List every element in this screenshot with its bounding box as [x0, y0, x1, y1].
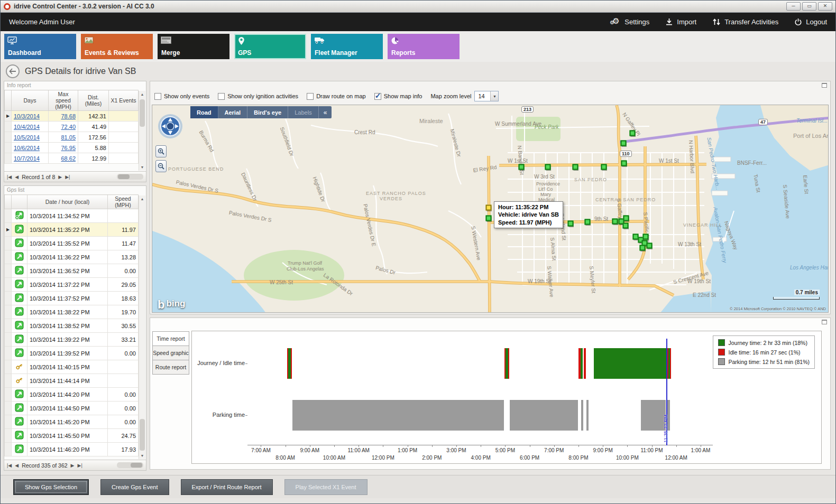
scrollbar-thumb[interactable]: [140, 419, 145, 451]
scroll-up-icon[interactable]: ▲: [139, 91, 145, 98]
nav-tile-events[interactable]: Events & Reviews: [81, 34, 153, 59]
scroll-up-icon[interactable]: ▲: [139, 195, 145, 202]
gps-position-marker[interactable]: [486, 216, 492, 221]
checkbox-box[interactable]: [307, 93, 314, 100]
gps-list-row[interactable]: 10/3/2014 11:37:22 PM29.05: [5, 278, 139, 292]
pager-next-button[interactable]: ▶: [71, 463, 75, 468]
gps-position-marker[interactable]: [621, 161, 627, 166]
pager-last-button[interactable]: ▶|: [78, 463, 82, 468]
info-report-row[interactable]: ▶10/3/201478.68142.31: [5, 111, 139, 122]
gps-list-row[interactable]: 10/3/2014 11:38:22 PM19.70: [5, 305, 139, 319]
gps-position-marker[interactable]: [601, 164, 607, 170]
nav-tile-merge[interactable]: Merge: [158, 34, 229, 59]
pager-prev-button[interactable]: ◀: [15, 174, 19, 180]
gps-list-row[interactable]: 10/3/2014 11:45:20 PM0.00: [5, 415, 139, 429]
chevron-down-icon[interactable]: ▼: [490, 91, 498, 101]
gps-list-row[interactable]: 10/3/2014 11:46:20 PM17.93: [5, 443, 139, 456]
gps-list-row[interactable]: 10/3/2014 11:39:22 PM33.21: [5, 333, 139, 347]
column-header[interactable]: X1 Events: [109, 90, 139, 111]
gps-list-row[interactable]: ▶10/3/2014 11:35:22 PM11.97: [5, 223, 139, 237]
gps-position-marker[interactable]: [643, 234, 649, 240]
import-button[interactable]: Import: [665, 18, 696, 26]
gps-list-row[interactable]: 10/3/2014 11:40:15 PM: [5, 360, 139, 374]
column-header[interactable]: Days: [12, 90, 49, 111]
map-tabs-collapse-button[interactable]: «: [319, 106, 332, 118]
max-speed-link[interactable]: 78.68: [61, 113, 76, 119]
checkbox-show-only-events[interactable]: Show only events: [154, 93, 209, 100]
scroll-down-icon[interactable]: ▼: [139, 452, 145, 459]
selected-gps-position-marker[interactable]: [486, 205, 492, 211]
minimize-button[interactable]: ─: [786, 2, 801, 11]
scroll-down-icon[interactable]: ▼: [139, 164, 145, 171]
day-link[interactable]: 10/3/2014: [14, 113, 40, 119]
gps-list-row[interactable]: 10/3/2014 11:37:52 PM18.63: [5, 292, 139, 305]
transfer-button[interactable]: Transfer Activities: [712, 18, 778, 26]
map-zoom-out-button[interactable]: [155, 160, 167, 172]
pager-next-button[interactable]: ▶: [58, 174, 62, 180]
gps-position-marker[interactable]: [623, 216, 629, 221]
checkbox-show-map-info[interactable]: Show map info: [374, 93, 422, 100]
column-header[interactable]: Max speed (MPH): [49, 90, 78, 111]
export-print-route-report-button[interactable]: Export / Print Route Report: [181, 479, 273, 495]
day-link[interactable]: 10/4/2014: [14, 124, 40, 130]
chart-panel-maximize-button[interactable]: [822, 320, 827, 324]
column-header[interactable]: Date / hour (local): [27, 195, 108, 209]
pager-last-button[interactable]: ▶|: [65, 174, 70, 180]
checkbox-draw-route-on-map[interactable]: Draw route on map: [307, 93, 366, 100]
gps-position-marker[interactable]: [647, 243, 653, 249]
show-gps-selection-button[interactable]: Show Gps Selection: [13, 479, 89, 495]
nav-tile-gps[interactable]: GPS: [234, 34, 306, 59]
map-style-tab-aerial[interactable]: Aerial: [218, 106, 248, 118]
nav-tile-reports[interactable]: Reports: [388, 34, 460, 59]
report-tab-time-report[interactable]: Time report: [152, 331, 189, 346]
gps-list-row[interactable]: 10/3/2014 11:34:52 PM: [5, 209, 139, 223]
gps-list-row[interactable]: 10/3/2014 11:44:20 PM0.00: [5, 388, 139, 402]
column-header[interactable]: Speed (MPH): [108, 195, 139, 209]
gps-list-row[interactable]: 10/3/2014 11:35:52 PM11.47: [5, 237, 139, 250]
gps-position-marker[interactable]: [573, 164, 578, 170]
settings-button[interactable]: ⚙⚙Settings: [610, 17, 649, 27]
day-link[interactable]: 10/6/2014: [14, 145, 40, 151]
map-zoom-in-button[interactable]: [155, 145, 167, 157]
info-report-row[interactable]: 10/5/201481.05172.56: [5, 132, 139, 143]
gps-list-row[interactable]: 10/3/2014 11:38:52 PM30.55: [5, 319, 139, 333]
column-header[interactable]: Dist. (Miles): [78, 90, 109, 111]
checkbox-box[interactable]: [218, 93, 225, 100]
map-panel-maximize-button[interactable]: [822, 83, 827, 88]
gps-position-marker[interactable]: [519, 164, 525, 170]
gps-list-row[interactable]: 10/3/2014 11:44:14 PM: [5, 374, 139, 388]
map[interactable]: MiralesteCrest RdPeck ParkW Summerland A…: [152, 105, 829, 313]
gps-position-marker[interactable]: [630, 130, 636, 136]
gps-position-marker[interactable]: [585, 219, 591, 225]
info-report-scrollbar[interactable]: ▲ ▼: [139, 91, 145, 171]
max-speed-link[interactable]: 68.62: [61, 155, 76, 162]
map-compass-control[interactable]: [157, 113, 184, 142]
report-tab-route-report[interactable]: Route report: [152, 360, 189, 375]
max-speed-link[interactable]: 81.05: [61, 134, 76, 141]
nav-tile-fleet[interactable]: Fleet Manager: [311, 34, 383, 59]
info-report-row[interactable]: 10/7/201468.6212.99: [5, 153, 139, 164]
gps-list-row[interactable]: 10/3/2014 11:44:50 PM0.00: [5, 402, 139, 415]
pager-scrollbar[interactable]: [117, 174, 143, 180]
gps-position-marker[interactable]: [623, 223, 629, 229]
info-report-row[interactable]: 10/6/201476.955.88: [5, 143, 139, 153]
gps-list-row[interactable]: 10/3/2014 11:36:52 PM0.00: [5, 264, 139, 278]
checkbox-box[interactable]: [154, 93, 161, 100]
pager-first-button[interactable]: |◀: [7, 174, 12, 180]
map-style-tab-bird-s-eye[interactable]: Bird's eye: [247, 106, 288, 118]
map-zoom-level-select[interactable]: 14▼: [474, 91, 499, 101]
gps-position-marker[interactable]: [640, 245, 646, 251]
max-speed-link[interactable]: 76.95: [61, 145, 76, 151]
info-report-row[interactable]: 10/4/201472.4041.49: [5, 122, 139, 132]
back-button[interactable]: [6, 64, 20, 78]
day-link[interactable]: 10/7/2014: [14, 155, 40, 162]
report-tab-speed-graphic[interactable]: Speed graphic: [152, 346, 189, 360]
pager-scrollbar[interactable]: [117, 462, 143, 468]
gps-position-marker[interactable]: [545, 164, 551, 170]
pager-first-button[interactable]: |◀: [7, 463, 12, 468]
gps-list-row[interactable]: 10/3/2014 11:39:52 PM0.00: [5, 347, 139, 360]
map-style-tab-road[interactable]: Road: [190, 106, 218, 118]
gps-list-row[interactable]: 10/3/2014 11:36:22 PM13.28: [5, 250, 139, 264]
gps-list-row[interactable]: 10/3/2014 11:45:50 PM24.75: [5, 429, 139, 443]
checkbox-box[interactable]: [374, 93, 381, 100]
